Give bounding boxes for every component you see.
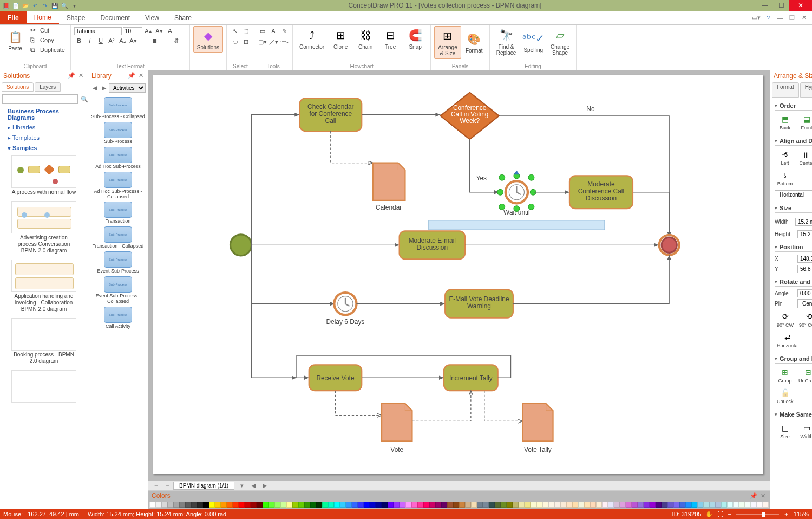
sheet-prev-icon[interactable]: ◀ xyxy=(250,482,257,490)
redo-icon[interactable]: ↷ xyxy=(41,2,49,9)
qat-dropdown-icon[interactable]: ▾ xyxy=(70,2,78,9)
tree-samples[interactable]: ▾ Samples xyxy=(3,143,84,153)
font-combo[interactable] xyxy=(74,27,122,35)
canvas-viewport[interactable]: Check Calendarfor ConferenceCall Confere… xyxy=(148,70,770,481)
color-swatch[interactable] xyxy=(149,502,155,508)
align-left-button[interactable]: ≡ xyxy=(139,36,149,46)
color-swatch[interactable] xyxy=(322,502,328,508)
angle-input[interactable] xyxy=(797,289,812,297)
color-swatch[interactable] xyxy=(423,502,429,508)
color-swatch[interactable] xyxy=(179,502,185,508)
color-swatch[interactable] xyxy=(751,502,757,508)
flip-horizontal-button[interactable]: ⇄Horizontal xyxy=(775,330,801,350)
color-swatch[interactable] xyxy=(417,502,423,508)
color-swatch[interactable] xyxy=(388,502,394,508)
pin-icon[interactable]: 📌 xyxy=(68,72,75,80)
tab-shape[interactable]: Shape xyxy=(59,11,93,24)
help-icon[interactable]: ? xyxy=(763,13,773,23)
maximize-button[interactable]: ☐ xyxy=(773,0,789,11)
windows-icon[interactable]: ▭▾ xyxy=(751,13,761,23)
lib-prev-icon[interactable]: ◀ xyxy=(91,85,99,92)
color-swatch[interactable] xyxy=(453,502,459,508)
width-input[interactable] xyxy=(795,218,812,226)
find-replace-button[interactable]: 🔭Find &Replace xyxy=(493,26,520,57)
close-panel-icon[interactable]: ✕ xyxy=(137,72,145,80)
color-swatch[interactable] xyxy=(519,502,525,508)
color-swatch[interactable] xyxy=(304,502,310,508)
color-swatch[interactable] xyxy=(679,502,685,508)
clear-format-icon[interactable]: A̶ xyxy=(165,26,175,36)
color-swatch[interactable] xyxy=(685,502,691,508)
color-swatch[interactable] xyxy=(733,502,739,508)
color-swatch[interactable] xyxy=(263,502,269,508)
color-swatch[interactable] xyxy=(721,502,727,508)
color-swatch[interactable] xyxy=(650,502,656,508)
color-swatch[interactable] xyxy=(298,502,304,508)
open-icon[interactable]: 📂 xyxy=(22,2,29,9)
color-swatch[interactable] xyxy=(739,502,745,508)
tab-solutions-inner[interactable]: Solutions xyxy=(2,82,34,92)
color-swatch[interactable] xyxy=(400,502,405,508)
color-swatch[interactable] xyxy=(757,502,763,508)
hand-tool-icon[interactable]: ✋ xyxy=(705,511,713,518)
tab-format[interactable]: Format xyxy=(772,82,799,98)
end-event[interactable] xyxy=(662,237,677,252)
minimize-button[interactable]: — xyxy=(757,0,773,11)
color-swatch[interactable] xyxy=(513,502,519,508)
sample-thumb[interactable] xyxy=(9,368,79,405)
tab-document[interactable]: Document xyxy=(93,11,137,24)
canvas-page[interactable]: Check Calendarfor ConferenceCall Confere… xyxy=(153,75,763,474)
color-swatch[interactable] xyxy=(227,502,233,508)
close-button[interactable]: ✕ xyxy=(789,0,812,11)
y-input[interactable] xyxy=(797,265,812,273)
subscript-button[interactable]: A₂ xyxy=(117,36,127,46)
select-arrow-icon[interactable]: ↖ xyxy=(230,26,240,36)
color-swatch[interactable] xyxy=(197,502,203,508)
new-icon[interactable]: 📄 xyxy=(12,2,19,9)
color-swatch[interactable] xyxy=(173,502,179,508)
clone-button[interactable]: ⊞Clone xyxy=(329,26,352,51)
library-item[interactable]: Sub-ProcessAd Hoc Sub-Process - Collapse… xyxy=(91,172,145,200)
color-swatch[interactable] xyxy=(763,502,769,508)
color-swatch[interactable] xyxy=(578,502,584,508)
doc-vote-tally[interactable] xyxy=(522,404,553,441)
library-item[interactable]: Sub-ProcessEvent Sub-Process - Collapsed xyxy=(91,276,145,304)
color-swatch[interactable] xyxy=(328,502,334,508)
zoom-fit-icon[interactable]: ⛶ xyxy=(717,511,723,517)
tree-libraries[interactable]: ▸ Libraries xyxy=(3,122,84,133)
sheet-dropdown-icon[interactable]: ▾ xyxy=(238,482,246,490)
color-swatch[interactable] xyxy=(161,502,167,508)
color-swatch[interactable] xyxy=(155,502,161,508)
height-input[interactable] xyxy=(797,230,812,238)
start-event[interactable] xyxy=(230,235,251,256)
order-front-button[interactable]: ⬓Front xyxy=(796,113,812,132)
color-swatch[interactable] xyxy=(525,502,531,508)
sample-thumb[interactable]: A process with normal flow xyxy=(9,153,79,198)
solutions-button[interactable]: ◆Solutions xyxy=(193,26,223,53)
color-swatch[interactable] xyxy=(310,502,316,508)
color-swatch[interactable] xyxy=(376,502,382,508)
group-button[interactable]: ⊞Group xyxy=(775,366,795,385)
library-item[interactable]: Sub-ProcessTransaction - Collapsed xyxy=(93,226,144,249)
paste-button[interactable]: 📋Paste xyxy=(3,28,27,53)
color-swatch[interactable] xyxy=(626,502,632,508)
underline-button[interactable]: U xyxy=(96,36,106,46)
sample-thumb[interactable]: Application handling and invoicing - Col… xyxy=(9,257,79,315)
connector-button[interactable]: ⤴Connector xyxy=(296,26,328,51)
color-swatch[interactable] xyxy=(221,502,227,508)
italic-button[interactable]: I xyxy=(85,36,95,46)
color-swatch[interactable] xyxy=(560,502,566,508)
library-item[interactable]: Sub-ProcessAd Hoc Sub-Process xyxy=(95,147,141,170)
order-back-button[interactable]: ⬒Back xyxy=(775,113,795,132)
color-swatch[interactable] xyxy=(370,502,376,508)
color-swatch[interactable] xyxy=(673,502,679,508)
doc-calendar[interactable] xyxy=(373,163,405,200)
color-swatch[interactable] xyxy=(542,502,548,508)
color-swatch[interactable] xyxy=(572,502,578,508)
tree-bpd[interactable]: Business Process Diagrams xyxy=(3,106,84,122)
window-min-icon[interactable]: — xyxy=(775,13,785,23)
window-close-icon[interactable]: ✕ xyxy=(799,13,809,23)
color-swatch[interactable] xyxy=(441,502,447,508)
solutions-search-input[interactable] xyxy=(2,94,78,104)
color-swatch[interactable] xyxy=(405,502,411,508)
